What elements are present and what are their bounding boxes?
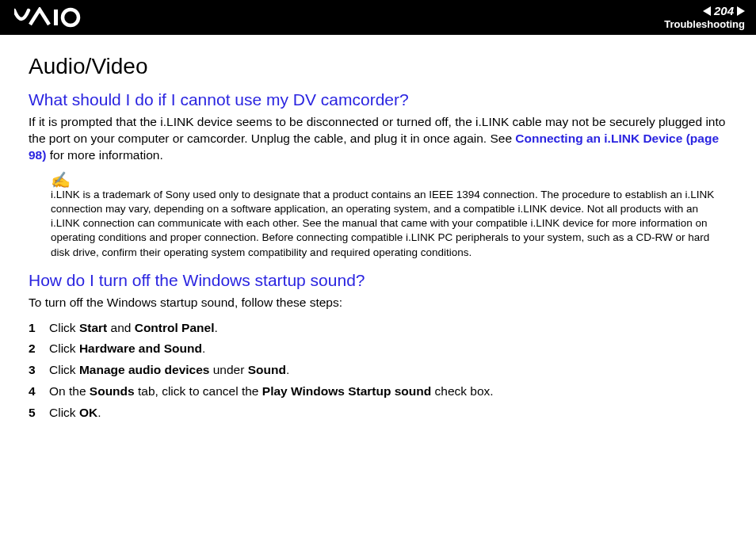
page-title: Audio/Video — [29, 54, 727, 79]
step-1: Click Start and Control Panel. — [29, 319, 727, 337]
steps-list: Click Start and Control Panel. Click Har… — [29, 319, 727, 421]
note-icon: ✍ — [51, 172, 727, 188]
prev-page-icon[interactable] — [703, 6, 711, 16]
step-2: Click Hardware and Sound. — [29, 340, 727, 357]
step-5: Click OK. — [29, 404, 727, 421]
note-block: ✍ i.LINK is a trademark of Sony used onl… — [51, 172, 727, 260]
step-4: On the Sounds tab, click to cancel the P… — [29, 383, 727, 400]
section-name: Troubleshooting — [664, 18, 745, 31]
q1-text-after: for more information. — [46, 148, 162, 162]
svg-point-1 — [63, 10, 78, 25]
step-3: Click Manage audio devices under Sound. — [29, 361, 727, 379]
question-1-heading: What should I do if I cannot use my DV c… — [29, 90, 727, 109]
note-text: i.LINK is a trademark of Sony used only … — [51, 188, 727, 260]
header-right: 204 Troubleshooting — [664, 4, 745, 31]
page-number: 204 — [714, 4, 734, 18]
page-nav: 204 — [664, 4, 745, 18]
vaio-logo — [14, 7, 101, 28]
page-content: Audio/Video What should I do if I cannot… — [0, 35, 756, 444]
header-bar: 204 Troubleshooting — [0, 0, 756, 35]
question-2-heading: How do I turn off the Windows startup so… — [29, 271, 727, 290]
question-2-intro: To turn off the Windows startup sound, f… — [29, 295, 727, 311]
question-1-body: If it is prompted that the i.LINK device… — [29, 114, 727, 164]
note-column: ✍ i.LINK is a trademark of Sony used onl… — [51, 172, 727, 260]
next-page-icon[interactable] — [737, 6, 745, 16]
svg-rect-0 — [54, 10, 58, 25]
